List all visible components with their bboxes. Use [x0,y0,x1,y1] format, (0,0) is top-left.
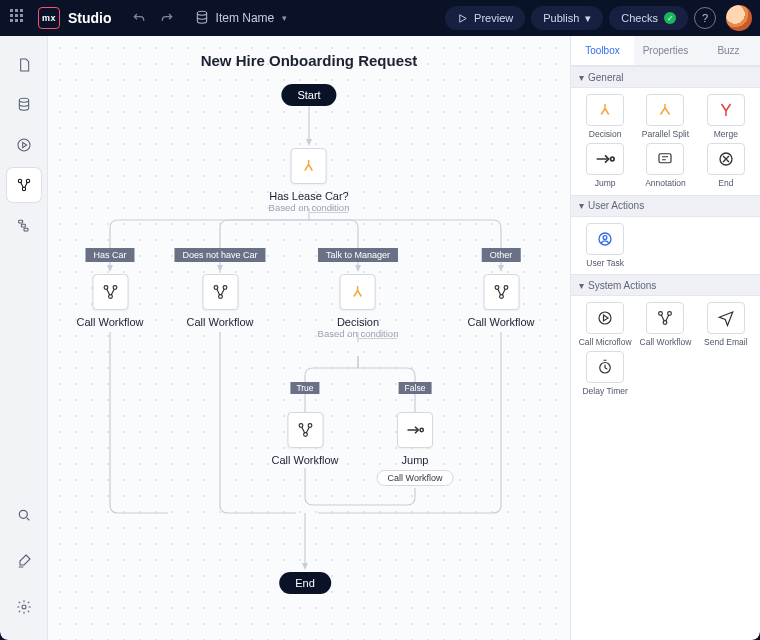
tool-call-microflow[interactable]: Call Microflow [577,302,633,347]
chevron-down-icon: ▾ [585,12,591,25]
item-selector-label: Item Name [216,11,275,25]
checks-button[interactable]: Checks ✓ [609,6,688,30]
rail-navigation[interactable] [7,208,41,242]
call-workflow-node[interactable]: Call Workflow [271,412,338,466]
svg-point-39 [599,312,611,324]
item-selector[interactable]: Item Name ▾ [194,10,288,26]
svg-marker-1 [460,14,466,21]
undo-button[interactable] [128,7,150,29]
brand-name: Studio [68,10,112,26]
tool-delay-timer[interactable]: Delay Timer [577,351,633,396]
tool-jump[interactable]: Jump [577,143,633,188]
tool-user-task[interactable]: User Task [577,223,633,268]
branch-tag-true: True [290,382,319,394]
svg-point-2 [19,98,28,102]
svg-marker-17 [498,265,504,272]
node-label: Jump [402,454,429,466]
node-sublabel: Based on condition [269,202,350,213]
workflow-canvas[interactable]: New Hire Onboarding Request [48,36,570,640]
node-label: Decision [337,316,379,328]
tool-call-workflow[interactable]: Call Workflow [637,302,693,347]
node-label: Call Workflow [186,316,253,328]
svg-marker-4 [22,142,26,147]
end-node[interactable]: End [279,572,331,594]
publish-button[interactable]: Publish ▾ [531,6,603,30]
svg-marker-40 [604,315,609,321]
decision-node-lease-car[interactable]: Has Lease Car? Based on condition [269,148,350,213]
tool-merge[interactable]: Merge [698,94,754,139]
node-label: Call Workflow [271,454,338,466]
svg-marker-16 [355,265,361,272]
branch-tag-false: False [399,382,432,394]
svg-point-0 [197,11,206,15]
rail-pages[interactable] [7,48,41,82]
svg-marker-15 [217,265,223,272]
tool-send-email[interactable]: Send Email [698,302,754,347]
logo: mx [38,7,60,29]
rail-domain[interactable] [7,88,41,122]
svg-point-34 [611,158,615,162]
tool-end[interactable]: End [698,143,754,188]
redo-button[interactable] [156,7,178,29]
rail-workflows[interactable] [7,168,41,202]
svg-point-33 [420,428,423,431]
branch-tag-has-car: Has Car [85,248,134,262]
branch-tag-talk: Talk to Manager [318,248,398,262]
svg-marker-20 [302,563,308,570]
rail-search[interactable] [7,498,41,532]
section-general[interactable]: ▾General [571,66,760,88]
app-switcher-icon[interactable] [10,9,28,27]
chevron-down-icon: ▾ [579,200,584,211]
svg-rect-10 [24,228,28,231]
help-button[interactable]: ? [694,7,716,29]
svg-point-11 [19,510,27,518]
chevron-down-icon: ▾ [579,280,584,291]
tab-buzz[interactable]: Buzz [697,36,760,65]
svg-point-3 [18,139,30,151]
page-title: New Hire Onboarding Request [48,52,570,69]
preview-label: Preview [474,12,513,24]
svg-marker-13 [306,139,312,146]
call-workflow-node[interactable]: Call Workflow [186,274,253,328]
rail-settings[interactable] [7,590,41,624]
call-workflow-node[interactable]: Call Workflow [76,274,143,328]
node-label: Call Workflow [76,316,143,328]
tool-annotation[interactable]: Annotation [637,143,693,188]
publish-label: Publish [543,12,579,24]
tab-toolbox[interactable]: Toolbox [571,36,634,65]
rail-microflows[interactable] [7,128,41,162]
node-label: Has Lease Car? [269,190,349,202]
jump-node[interactable]: Jump [397,412,433,466]
node-sublabel: Based on condition [318,328,399,339]
svg-rect-9 [21,224,25,227]
svg-point-38 [603,235,607,239]
call-workflow-node[interactable]: Call Workflow [467,274,534,328]
svg-rect-35 [659,154,671,163]
svg-point-12 [22,605,26,609]
section-user-actions[interactable]: ▾User Actions [571,195,760,217]
chevron-down-icon: ▾ [282,13,287,23]
svg-marker-14 [107,265,113,272]
tool-decision[interactable]: Decision [577,94,633,139]
start-node[interactable]: Start [281,84,336,106]
node-label: Call Workflow [467,316,534,328]
section-system-actions[interactable]: ▾System Actions [571,274,760,296]
decision-node[interactable]: Decision Based on condition [318,274,399,339]
rail-theme[interactable] [7,544,41,578]
branch-tag-other: Other [482,248,521,262]
preview-button[interactable]: Preview [445,6,525,30]
chevron-down-icon: ▾ [579,72,584,83]
svg-rect-8 [18,220,22,223]
checks-label: Checks [621,12,658,24]
avatar[interactable] [726,5,752,31]
jump-target-chip[interactable]: Call Workflow [377,470,454,486]
branch-tag-no-car: Does not have Car [174,248,265,262]
tool-parallel-split[interactable]: Parallel Split [637,94,693,139]
tab-properties[interactable]: Properties [634,36,697,65]
checks-status-icon: ✓ [664,12,676,24]
